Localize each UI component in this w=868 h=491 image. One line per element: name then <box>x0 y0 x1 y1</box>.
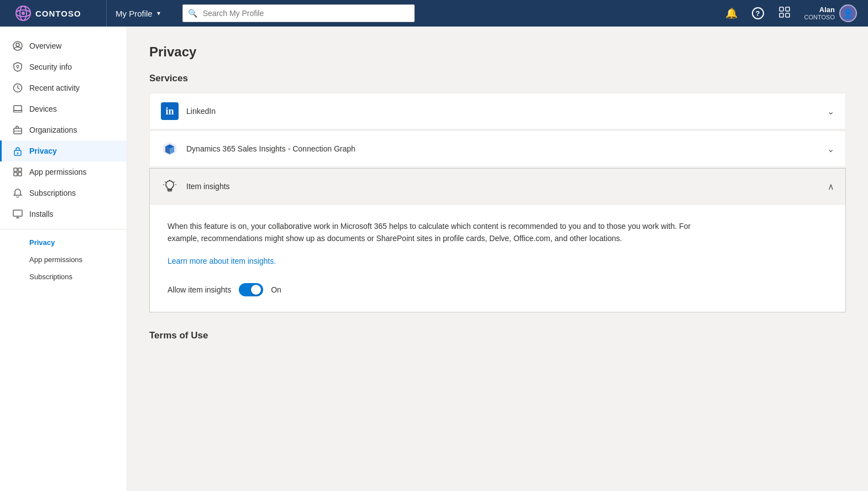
shield-icon <box>13 62 23 72</box>
sidebar-label-installs: Installs <box>29 210 54 218</box>
toggle-on-label: On <box>271 285 281 294</box>
page-layout: Overview Security info Recent activity <box>0 27 868 491</box>
user-name: Alan <box>819 6 835 14</box>
lock-icon <box>13 146 23 156</box>
notifications-button[interactable]: 🔔 <box>720 2 742 24</box>
search-icon: 🔍 <box>188 9 197 18</box>
grid-icon <box>13 167 23 177</box>
item-insights-description: When this feature is on, your collaborat… <box>168 220 720 245</box>
svg-rect-20 <box>14 173 17 176</box>
svg-rect-22 <box>13 210 22 216</box>
user-profile[interactable]: Alan CONTOSO 👤 <box>800 4 861 22</box>
clock-icon <box>13 83 23 93</box>
profile-menu[interactable]: My Profile ▾ <box>106 0 169 27</box>
sidebar-item-installs[interactable]: Installs <box>0 203 127 224</box>
sidebar-sub-label-privacy: Privacy <box>29 238 55 247</box>
terms-section-title: Terms of Use <box>149 330 846 341</box>
avatar: 👤 <box>839 4 857 22</box>
svg-rect-13 <box>14 106 22 111</box>
svg-point-17 <box>17 153 19 154</box>
svg-rect-5 <box>786 7 789 11</box>
org-settings-button[interactable] <box>773 2 796 24</box>
item-insights-card-header[interactable]: Item insights ∧ <box>150 169 845 204</box>
sidebar-item-organizations[interactable]: Organizations <box>0 119 127 140</box>
services-section: Services in LinkedIn ⌄ <box>149 73 846 312</box>
dynamics-service-card: Dynamics 365 Sales Insights - Connection… <box>149 130 846 167</box>
linkedin-icon: in <box>161 102 179 120</box>
svg-rect-6 <box>780 13 783 17</box>
svg-rect-28 <box>168 190 171 191</box>
sidebar-label-organizations: Organizations <box>29 126 77 134</box>
toggle-track <box>239 283 263 296</box>
linkedin-card-header[interactable]: in LinkedIn ⌄ <box>150 93 845 129</box>
learn-more-link[interactable]: Learn more about item insights. <box>168 257 276 265</box>
avatar-icon: 👤 <box>843 8 854 19</box>
svg-rect-4 <box>780 7 783 11</box>
logo[interactable]: CONTOSO <box>7 0 106 27</box>
nav-icons: 🔔 ? Alan CONTOSO 👤 <box>720 2 861 24</box>
sidebar-sub-item-app-permissions[interactable]: App permissions <box>0 251 127 268</box>
services-section-title: Services <box>149 73 846 84</box>
item-insights-toggle[interactable] <box>239 283 263 296</box>
sidebar-label-recent-activity: Recent activity <box>29 83 80 92</box>
logo-text: CONTOSO <box>35 9 81 18</box>
item-insights-service-card: Item insights ∧ When this feature is on,… <box>149 168 846 312</box>
chevron-up-icon: ∧ <box>828 181 834 192</box>
sidebar-sub-item-privacy[interactable]: Privacy <box>0 234 127 251</box>
top-navigation: CONTOSO My Profile ▾ 🔍 🔔 ? <box>0 0 868 27</box>
sidebar-item-recent-activity[interactable]: Recent activity <box>0 77 127 98</box>
svg-point-3 <box>22 12 25 15</box>
sidebar-item-app-permissions[interactable]: App permissions <box>0 161 127 182</box>
toggle-label: Allow item insights <box>168 285 231 294</box>
user-org: CONTOSO <box>804 14 835 21</box>
svg-rect-19 <box>18 168 22 171</box>
profile-menu-label: My Profile <box>116 9 153 18</box>
toggle-row: Allow item insights On <box>168 283 828 296</box>
item-insights-service-name: Item insights <box>186 182 820 191</box>
sidebar-label-overview: Overview <box>29 41 61 50</box>
linkedin-service-name: LinkedIn <box>186 107 819 116</box>
svg-line-30 <box>174 182 175 183</box>
dynamics-icon <box>161 140 179 158</box>
svg-rect-18 <box>14 168 17 171</box>
toggle-thumb <box>251 285 261 295</box>
linkedin-service-card: in LinkedIn ⌄ <box>149 93 846 129</box>
bell-icon <box>13 188 23 198</box>
sidebar: Overview Security info Recent activity <box>0 27 127 491</box>
logo-icon <box>15 6 31 21</box>
person-circle-icon <box>13 41 23 51</box>
chevron-down-icon: ⌄ <box>827 106 834 117</box>
sidebar-item-privacy[interactable]: Privacy <box>0 140 127 161</box>
page-title: Privacy <box>149 44 846 60</box>
svg-point-10 <box>17 65 19 67</box>
dynamics-service-name: Dynamics 365 Sales Insights - Connection… <box>186 144 819 153</box>
sidebar-item-overview[interactable]: Overview <box>0 35 127 56</box>
dynamics-card-header[interactable]: Dynamics 365 Sales Insights - Connection… <box>150 131 845 166</box>
monitor-icon <box>13 209 23 219</box>
terms-section: Terms of Use <box>149 330 846 341</box>
item-insights-card-body: When this feature is on, your collaborat… <box>150 204 845 312</box>
svg-line-32 <box>165 182 166 183</box>
svg-rect-7 <box>786 13 789 17</box>
sidebar-item-devices[interactable]: Devices <box>0 98 127 119</box>
lightbulb-icon-container <box>161 177 179 195</box>
briefcase-icon <box>13 125 23 135</box>
search-input[interactable] <box>182 4 415 22</box>
org-icon <box>779 7 790 20</box>
sidebar-sub-item-subscriptions[interactable]: Subscriptions <box>0 268 127 285</box>
sidebar-label-subscriptions: Subscriptions <box>29 189 76 197</box>
sidebar-sub-label-subscriptions: Subscriptions <box>29 273 72 281</box>
chevron-down-icon: ⌄ <box>827 144 834 154</box>
help-button[interactable]: ? <box>747 2 769 24</box>
sidebar-item-security-info[interactable]: Security info <box>0 56 127 77</box>
sidebar-sub-items: Privacy App permissions Subscriptions <box>0 234 127 285</box>
chevron-down-icon: ▾ <box>157 9 160 17</box>
svg-rect-21 <box>18 173 22 176</box>
main-content: Privacy Services in LinkedIn ⌄ <box>127 27 868 491</box>
lightbulb-icon <box>162 179 177 194</box>
sidebar-item-subscriptions[interactable]: Subscriptions <box>0 182 127 203</box>
svg-point-9 <box>16 43 19 46</box>
bell-icon: 🔔 <box>725 7 738 19</box>
sidebar-label-security-info: Security info <box>29 62 72 71</box>
sidebar-label-app-permissions: App permissions <box>29 168 87 176</box>
